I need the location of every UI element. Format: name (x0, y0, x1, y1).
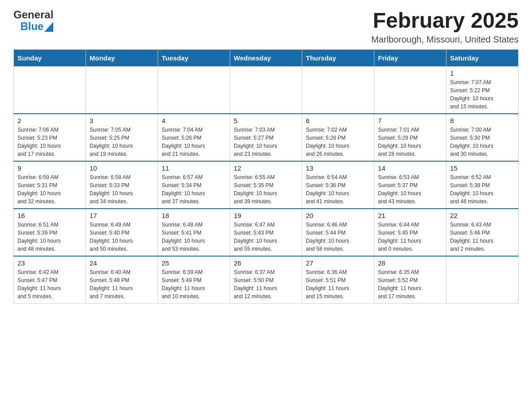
calendar-cell: 1Sunrise: 7:07 AM Sunset: 5:22 PM Daylig… (446, 66, 519, 114)
calendar-cell: 7Sunrise: 7:01 AM Sunset: 5:29 PM Daylig… (374, 114, 446, 161)
day-info: Sunrise: 6:54 AM Sunset: 5:36 PM Dayligh… (306, 173, 370, 206)
calendar-cell: 13Sunrise: 6:54 AM Sunset: 5:36 PM Dayli… (302, 161, 374, 209)
calendar-cell: 25Sunrise: 6:39 AM Sunset: 5:49 PM Dayli… (158, 256, 230, 304)
day-info: Sunrise: 6:48 AM Sunset: 5:41 PM Dayligh… (162, 221, 226, 253)
calendar-cell (158, 66, 230, 114)
weekday-header-wednesday: Wednesday (230, 49, 302, 66)
day-info: Sunrise: 6:46 AM Sunset: 5:44 PM Dayligh… (306, 221, 370, 253)
day-number: 5 (234, 117, 298, 124)
day-number: 11 (162, 164, 226, 172)
day-info: Sunrise: 6:47 AM Sunset: 5:43 PM Dayligh… (234, 221, 298, 253)
day-number: 3 (90, 117, 154, 124)
day-info: Sunrise: 7:02 AM Sunset: 5:28 PM Dayligh… (306, 126, 370, 158)
day-number: 9 (17, 164, 82, 172)
calendar-cell: 26Sunrise: 6:37 AM Sunset: 5:50 PM Dayli… (230, 256, 302, 304)
day-info: Sunrise: 6:35 AM Sunset: 5:52 PM Dayligh… (378, 268, 442, 300)
calendar-week-row: 2Sunrise: 7:06 AM Sunset: 5:23 PM Daylig… (14, 114, 519, 161)
day-number: 17 (90, 212, 154, 219)
calendar-cell: 8Sunrise: 7:00 AM Sunset: 5:30 PM Daylig… (446, 114, 519, 161)
day-number: 25 (162, 259, 226, 267)
title-section: February 2025 Marlborough, Missouri, Uni… (371, 9, 519, 45)
calendar-cell (302, 66, 374, 114)
day-number: 10 (90, 164, 154, 172)
weekday-header-friday: Friday (374, 49, 446, 66)
calendar-cell: 10Sunrise: 6:58 AM Sunset: 5:33 PM Dayli… (86, 161, 158, 209)
day-info: Sunrise: 6:42 AM Sunset: 5:47 PM Dayligh… (17, 268, 82, 300)
calendar-cell: 15Sunrise: 6:52 AM Sunset: 5:38 PM Dayli… (446, 161, 519, 209)
calendar-cell: 3Sunrise: 7:05 AM Sunset: 5:25 PM Daylig… (86, 114, 158, 161)
day-number: 8 (450, 117, 515, 124)
day-info: Sunrise: 6:57 AM Sunset: 5:34 PM Dayligh… (162, 173, 226, 206)
day-info: Sunrise: 6:40 AM Sunset: 5:48 PM Dayligh… (90, 268, 154, 300)
logo-blue: Blue (20, 21, 43, 32)
calendar-week-row: 16Sunrise: 6:51 AM Sunset: 5:39 PM Dayli… (14, 209, 519, 256)
weekday-header-saturday: Saturday (446, 49, 519, 66)
calendar-cell (446, 256, 519, 304)
calendar-cell: 23Sunrise: 6:42 AM Sunset: 5:47 PM Dayli… (14, 256, 86, 304)
calendar-cell: 4Sunrise: 7:04 AM Sunset: 5:26 PM Daylig… (158, 114, 230, 161)
calendar-cell: 28Sunrise: 6:35 AM Sunset: 5:52 PM Dayli… (374, 256, 446, 304)
day-number: 15 (450, 164, 515, 172)
calendar-cell: 20Sunrise: 6:46 AM Sunset: 5:44 PM Dayli… (302, 209, 374, 256)
calendar-cell: 12Sunrise: 6:55 AM Sunset: 5:35 PM Dayli… (230, 161, 302, 209)
day-number: 7 (378, 117, 442, 124)
day-number: 13 (306, 164, 370, 172)
calendar-cell: 27Sunrise: 6:36 AM Sunset: 5:51 PM Dayli… (302, 256, 374, 304)
weekday-header-tuesday: Tuesday (158, 49, 230, 66)
calendar-cell: 16Sunrise: 6:51 AM Sunset: 5:39 PM Dayli… (14, 209, 86, 256)
day-info: Sunrise: 6:51 AM Sunset: 5:39 PM Dayligh… (17, 221, 82, 253)
day-number: 6 (306, 117, 370, 124)
weekday-header-thursday: Thursday (302, 49, 374, 66)
page-header: General Blue February 2025 Marlborough, … (13, 9, 519, 45)
day-info: Sunrise: 7:06 AM Sunset: 5:23 PM Dayligh… (17, 126, 82, 158)
day-info: Sunrise: 7:01 AM Sunset: 5:29 PM Dayligh… (378, 126, 442, 158)
day-number: 21 (378, 212, 442, 219)
day-info: Sunrise: 6:55 AM Sunset: 5:35 PM Dayligh… (234, 173, 298, 206)
day-number: 18 (162, 212, 226, 219)
day-number: 28 (378, 259, 442, 267)
day-number: 4 (162, 117, 226, 124)
logo-general: General (13, 9, 53, 21)
calendar-cell: 14Sunrise: 6:53 AM Sunset: 5:37 PM Dayli… (374, 161, 446, 209)
calendar-cell: 24Sunrise: 6:40 AM Sunset: 5:48 PM Dayli… (86, 256, 158, 304)
day-info: Sunrise: 6:39 AM Sunset: 5:49 PM Dayligh… (162, 268, 226, 300)
day-number: 22 (450, 212, 515, 219)
day-number: 1 (450, 69, 515, 77)
day-info: Sunrise: 6:49 AM Sunset: 5:40 PM Dayligh… (90, 221, 154, 253)
day-number: 14 (378, 164, 442, 172)
location-title: Marlborough, Missouri, United States (371, 34, 519, 45)
day-number: 26 (234, 259, 298, 267)
day-number: 19 (234, 212, 298, 219)
day-number: 27 (306, 259, 370, 267)
day-info: Sunrise: 7:05 AM Sunset: 5:25 PM Dayligh… (90, 126, 154, 158)
day-info: Sunrise: 6:44 AM Sunset: 5:45 PM Dayligh… (378, 221, 442, 253)
day-info: Sunrise: 6:43 AM Sunset: 5:46 PM Dayligh… (450, 221, 515, 253)
svg-marker-0 (44, 22, 53, 32)
calendar-cell (86, 66, 158, 114)
month-title: February 2025 (371, 9, 519, 33)
weekday-header-sunday: Sunday (14, 49, 86, 66)
calendar-cell: 17Sunrise: 6:49 AM Sunset: 5:40 PM Dayli… (86, 209, 158, 256)
day-number: 2 (17, 117, 82, 124)
logo: General Blue (13, 9, 53, 33)
calendar-cell (14, 66, 86, 114)
calendar-cell: 5Sunrise: 7:03 AM Sunset: 5:27 PM Daylig… (230, 114, 302, 161)
calendar-cell: 19Sunrise: 6:47 AM Sunset: 5:43 PM Dayli… (230, 209, 302, 256)
day-info: Sunrise: 6:53 AM Sunset: 5:37 PM Dayligh… (378, 173, 442, 206)
day-number: 23 (17, 259, 82, 267)
calendar-cell: 22Sunrise: 6:43 AM Sunset: 5:46 PM Dayli… (446, 209, 519, 256)
calendar-week-row: 9Sunrise: 6:59 AM Sunset: 5:31 PM Daylig… (14, 161, 519, 209)
calendar-cell: 6Sunrise: 7:02 AM Sunset: 5:28 PM Daylig… (302, 114, 374, 161)
calendar-cell: 11Sunrise: 6:57 AM Sunset: 5:34 PM Dayli… (158, 161, 230, 209)
calendar-cell: 9Sunrise: 6:59 AM Sunset: 5:31 PM Daylig… (14, 161, 86, 209)
day-info: Sunrise: 7:03 AM Sunset: 5:27 PM Dayligh… (234, 126, 298, 158)
calendar-cell: 18Sunrise: 6:48 AM Sunset: 5:41 PM Dayli… (158, 209, 230, 256)
day-number: 16 (17, 212, 82, 219)
day-number: 24 (90, 259, 154, 267)
weekday-header-row: SundayMondayTuesdayWednesdayThursdayFrid… (14, 49, 519, 66)
calendar-cell: 21Sunrise: 6:44 AM Sunset: 5:45 PM Dayli… (374, 209, 446, 256)
day-info: Sunrise: 6:58 AM Sunset: 5:33 PM Dayligh… (90, 173, 154, 206)
calendar-cell (374, 66, 446, 114)
day-info: Sunrise: 6:37 AM Sunset: 5:50 PM Dayligh… (234, 268, 298, 300)
calendar-cell (230, 66, 302, 114)
